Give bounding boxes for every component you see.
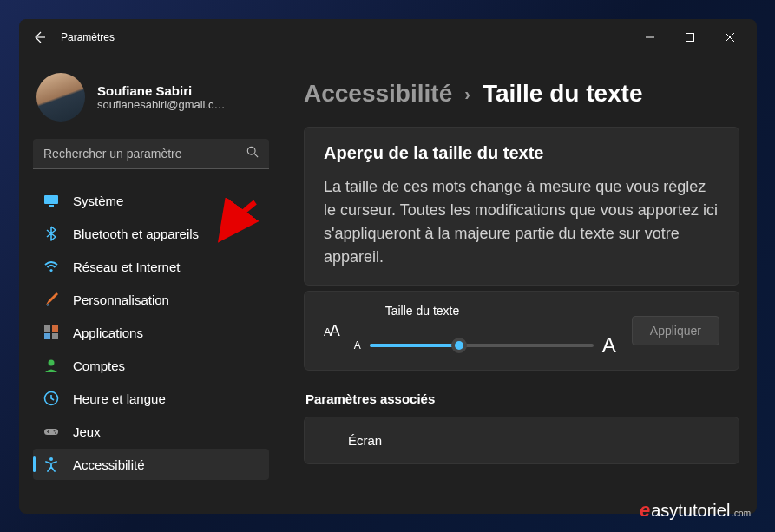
breadcrumb: Accessibilité › Taille du texte xyxy=(304,80,739,108)
sidebar-item-network[interactable]: Réseau et Internet xyxy=(33,251,269,282)
body: Soufiane Sabiri soufianesabiri@gmail.c… … xyxy=(19,56,757,514)
sidebar-item-time[interactable]: Heure et langue xyxy=(33,383,269,414)
svg-point-4 xyxy=(247,147,255,154)
sidebar: Soufiane Sabiri soufianesabiri@gmail.c… … xyxy=(19,56,279,514)
wifi-icon xyxy=(43,259,59,274)
brush-icon xyxy=(43,292,59,307)
slider-thumb[interactable] xyxy=(451,338,467,353)
close-button[interactable] xyxy=(710,23,750,51)
apps-icon xyxy=(43,325,59,340)
settings-window: Paramètres Soufiane Sabiri soufianesabir… xyxy=(19,19,757,514)
apply-button[interactable]: Appliquer xyxy=(632,316,719,345)
svg-rect-6 xyxy=(44,195,58,204)
slider-row: A A xyxy=(354,333,616,358)
preview-heading: Aperçu de la taille du texte xyxy=(324,143,719,163)
watermark-text: asytutoriel xyxy=(651,501,730,521)
slider-min-label: A xyxy=(354,339,361,351)
slider-max-label: A xyxy=(602,333,616,358)
svg-line-5 xyxy=(254,154,258,157)
sidebar-item-accessibility[interactable]: Accessibilité xyxy=(33,449,269,480)
minimize-button[interactable] xyxy=(630,23,670,51)
watermark-suffix: .com xyxy=(732,509,751,518)
gamepad-icon xyxy=(43,424,59,439)
window-controls xyxy=(630,23,750,51)
svg-point-13 xyxy=(49,360,55,366)
avatar xyxy=(36,73,85,122)
minimize-icon xyxy=(646,33,654,42)
slider-fill xyxy=(370,344,459,347)
accessibility-icon xyxy=(43,456,59,472)
sidebar-item-label: Heure et langue xyxy=(73,391,166,406)
svg-rect-7 xyxy=(49,205,54,207)
sidebar-item-label: Comptes xyxy=(73,358,125,373)
breadcrumb-parent[interactable]: Accessibilité xyxy=(304,80,452,108)
titlebar: Paramètres xyxy=(19,19,757,56)
svg-point-16 xyxy=(54,430,56,432)
watermark: e asytutoriel .com xyxy=(640,499,751,522)
profile-email: soufianesabiri@gmail.c… xyxy=(97,98,226,111)
chevron-right-icon: › xyxy=(464,84,470,104)
text-size-slider[interactable] xyxy=(370,344,594,347)
text-size-icon: AA xyxy=(324,322,338,340)
preview-card: Aperçu de la taille du texte La taille d… xyxy=(304,127,739,286)
svg-point-8 xyxy=(49,269,52,272)
sidebar-item-accounts[interactable]: Comptes xyxy=(33,350,269,381)
sidebar-item-gaming[interactable]: Jeux xyxy=(33,416,269,447)
monitor-icon xyxy=(43,193,59,208)
slider-block: Taille du texte A A xyxy=(354,304,616,358)
sidebar-item-label: Bluetooth et appareils xyxy=(73,227,199,241)
maximize-icon xyxy=(686,33,694,42)
clock-icon xyxy=(43,391,59,406)
sidebar-item-label: Réseau et Internet xyxy=(73,259,180,274)
svg-rect-12 xyxy=(52,333,58,339)
text-size-card: AA Taille du texte A A Appliquer xyxy=(304,291,739,371)
sidebar-item-label: Applications xyxy=(73,325,143,340)
related-item-display[interactable]: Écran xyxy=(304,417,739,464)
sidebar-item-label: Système xyxy=(73,194,123,208)
back-button[interactable] xyxy=(26,24,52,50)
sidebar-item-personalization[interactable]: Personnalisation xyxy=(33,284,269,315)
svg-rect-11 xyxy=(44,333,50,339)
sidebar-item-system[interactable]: Système xyxy=(33,185,269,216)
breadcrumb-current: Taille du texte xyxy=(483,80,643,108)
search-input[interactable] xyxy=(43,147,246,161)
sidebar-item-label: Jeux xyxy=(73,424,101,439)
main-content: Accessibilité › Taille du texte Aperçu d… xyxy=(279,56,757,514)
search-icon xyxy=(246,146,259,161)
svg-rect-1 xyxy=(686,34,694,42)
profile-block[interactable]: Soufiane Sabiri soufianesabiri@gmail.c… xyxy=(33,61,269,139)
preview-text: La taille de ces mots change à mesure qu… xyxy=(324,175,719,269)
bluetooth-icon xyxy=(43,226,59,241)
search-box[interactable] xyxy=(33,139,269,169)
sidebar-item-label: Accessibilité xyxy=(73,457,145,472)
sidebar-item-bluetooth[interactable]: Bluetooth et appareils xyxy=(33,218,269,249)
profile-name: Soufiane Sabiri xyxy=(97,83,226,98)
svg-rect-15 xyxy=(44,429,58,435)
svg-rect-9 xyxy=(44,325,50,332)
sidebar-item-label: Personnalisation xyxy=(73,292,169,307)
nav-list: SystèmeBluetooth et appareilsRéseau et I… xyxy=(33,185,269,480)
sidebar-item-apps[interactable]: Applications xyxy=(33,317,269,348)
close-icon xyxy=(726,33,734,42)
watermark-prefix: e xyxy=(640,499,650,522)
profile-text: Soufiane Sabiri soufianesabiri@gmail.c… xyxy=(97,83,226,111)
svg-rect-10 xyxy=(52,325,58,332)
svg-point-18 xyxy=(49,457,53,461)
maximize-button[interactable] xyxy=(670,23,710,51)
svg-point-17 xyxy=(55,432,56,434)
person-icon xyxy=(43,358,59,373)
slider-label: Taille du texte xyxy=(385,304,616,318)
arrow-left-icon xyxy=(32,30,46,44)
window-title: Paramètres xyxy=(61,31,115,43)
related-heading: Paramètres associés xyxy=(305,391,739,406)
